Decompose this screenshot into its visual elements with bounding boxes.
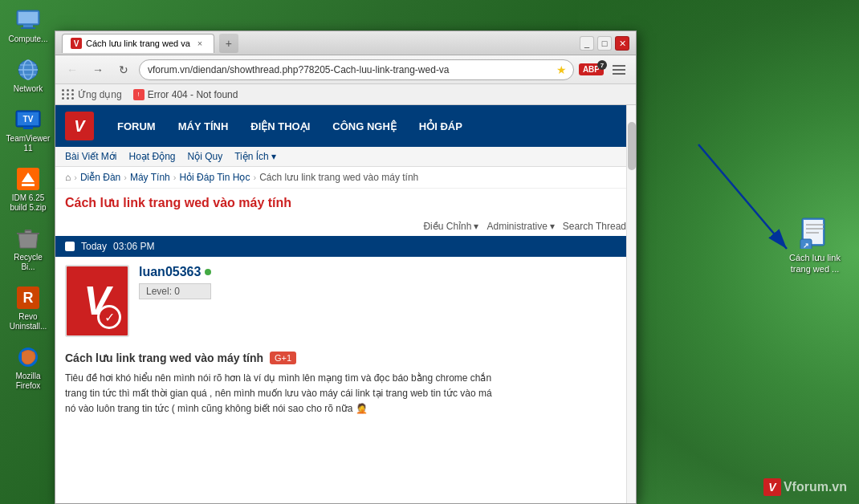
administrative-button[interactable]: Administrative ▾ — [486, 221, 554, 232]
tab-close-button[interactable]: × — [194, 38, 206, 49]
window-controls: _ □ ✕ — [580, 36, 629, 51]
scrollbar-thumb[interactable] — [628, 122, 636, 170]
desktop-icon-idm[interactable]: IDM 6.25 build 5.zip — [4, 163, 52, 216]
icon-label-idm: IDM 6.25 build 5.zip — [7, 193, 49, 213]
svg-rect-15 — [22, 184, 35, 186]
breadcrumb-current: Cách lưu link trang wed vào máy tính — [259, 172, 418, 183]
abp-container: ABP 7 — [579, 63, 604, 75]
desktop-icon-network[interactable]: Network — [4, 54, 52, 97]
dropdown-arrow-icon: ▾ — [271, 151, 276, 162]
icon-label-firefox: Mozilla Firefox — [7, 372, 49, 391]
forum-header: V FORUM MÁY TÍNH ĐIỆN THOẠI CÔNG NGHỆ HỎ… — [55, 105, 636, 147]
nav-dien-thoai[interactable]: ĐIỆN THOẠI — [239, 116, 321, 137]
svg-text:R: R — [23, 290, 34, 306]
sub-nav: Bài Viết Mới Hoạt Động Nội Quy Tiện Ích … — [55, 147, 636, 167]
post-date: Today — [81, 241, 107, 252]
close-button[interactable]: ✕ — [615, 36, 629, 51]
chrome-menu-button[interactable] — [609, 59, 629, 80]
page-title: Cách lưu link trang wed vào máy tính — [65, 195, 626, 210]
breadcrumb-may-tinh[interactable]: Máy Tính — [130, 172, 170, 183]
browser-titlebar: V Cách lưu link trang wed va × + _ □ ✕ — [55, 31, 636, 55]
vforum-watermark: V Vforum.vn — [763, 478, 847, 496]
breadcrumb: ⌂ › Diễn Đàn › Máy Tính › Hỏi Đáp Tin Họ… — [55, 167, 636, 189]
page-title-section: Cách lưu link trang wed vào máy tính — [55, 189, 636, 217]
svg-rect-2 — [23, 25, 33, 27]
breadcrumb-dien-dan[interactable]: Diễn Đàn — [80, 172, 120, 183]
home-icon[interactable]: ⌂ — [65, 172, 71, 183]
minimize-button[interactable]: _ — [580, 36, 594, 51]
svg-rect-3 — [21, 27, 35, 29]
forward-button[interactable]: → — [88, 59, 108, 80]
dieu-chinh-button[interactable]: Điều Chỉnh ▾ — [423, 221, 478, 232]
svg-text:↗: ↗ — [803, 242, 809, 249]
desktop: Compute... Network TV — [0, 0, 859, 504]
desktop-icon-computer[interactable]: Compute... — [4, 4, 52, 47]
icon-label-revo: Revo Uninstall... — [7, 312, 49, 331]
post-content-area: Cách lưu link trang wed vào máy tính G+1… — [55, 345, 636, 424]
bookmark-error404-label: Error 404 - Not found — [148, 89, 238, 100]
svg-line-30 — [698, 144, 787, 249]
page-content: V FORUM MÁY TÍNH ĐIỆN THOẠI CÔNG NGHỆ HỎ… — [55, 105, 636, 503]
abp-notification-count: 7 — [597, 60, 607, 70]
reload-button[interactable]: ↻ — [113, 59, 134, 80]
sub-nav-noi-quy[interactable]: Nội Quy — [188, 151, 223, 162]
username: luan05363 — [139, 265, 211, 279]
bookmark-favicon-icon: ! — [133, 89, 145, 100]
icon-label-network: Network — [14, 84, 43, 94]
dieu-chinh-arrow-icon: ▾ — [474, 221, 478, 232]
search-thread-button[interactable]: Search Thread — [563, 221, 626, 232]
vforum-text: Vforum.vn — [784, 480, 847, 494]
online-indicator-icon — [205, 269, 211, 275]
post-header: Today 03:06 PM — [55, 236, 636, 257]
avatar-checkmark: ✓ — [97, 305, 121, 329]
post-body: V ✓ luan05363 Level: 0 — [55, 257, 636, 345]
svg-rect-1 — [18, 12, 38, 23]
new-tab-button[interactable]: + — [219, 34, 238, 53]
apps-button[interactable]: Ứng dụng — [62, 89, 122, 100]
browser-toolbar: ← → ↻ vforum.vn/diendan/showthread.php?7… — [55, 55, 636, 84]
bookmark-error404[interactable]: ! Error 404 - Not found — [128, 87, 243, 102]
post-text: Tiêu đề hơi khó hiểu nên mình nói rõ hơn… — [65, 371, 626, 417]
user-info: luan05363 Level: 0 — [139, 265, 211, 337]
browser-scrollbar[interactable] — [626, 105, 636, 503]
vforum-v-icon: V — [763, 478, 781, 496]
administrative-arrow-icon: ▾ — [550, 221, 555, 232]
post-number-icon — [65, 242, 75, 251]
nav-cong-nghe[interactable]: CÔNG NGHỆ — [321, 116, 408, 137]
desktop-icons-left: Compute... Network TV — [0, 0, 56, 504]
sub-nav-tien-ich[interactable]: Tiện Ích ▾ — [234, 151, 276, 162]
vforum-logo[interactable]: V — [65, 112, 94, 140]
google-plus-button[interactable]: G+1 — [270, 352, 296, 364]
desktop-icon-right[interactable]: ↗ Cách lưu link trang wed ... — [783, 217, 847, 275]
back-button[interactable]: ← — [62, 59, 83, 80]
bookmarks-bar: Ứng dụng ! Error 404 - Not found — [55, 84, 636, 105]
desktop-icon-teamviewer[interactable]: TV TeamViewer 11 — [4, 104, 52, 156]
desktop-icon-revo[interactable]: R Revo Uninstall... — [4, 282, 52, 335]
sub-nav-bai-viet-moi[interactable]: Bài Viết Mới — [65, 151, 116, 162]
address-text: vforum.vn/diendan/showthread.php?78205-C… — [148, 64, 450, 75]
nav-may-tinh[interactable]: MÁY TÍNH — [167, 116, 240, 137]
browser-window: V Cách lưu link trang wed va × + _ □ ✕ ←… — [55, 30, 637, 504]
thread-controls: Điều Chỉnh ▾ Administrative ▾ Search Thr… — [55, 217, 636, 236]
icon-label-teamviewer: TeamViewer 11 — [6, 134, 51, 153]
maximize-button[interactable]: □ — [597, 36, 612, 51]
address-bar[interactable]: vforum.vn/diendan/showthread.php?78205-C… — [139, 59, 574, 80]
nav-forum[interactable]: FORUM — [106, 116, 167, 137]
post-title-inline: Cách lưu link trang wed vào máy tính G+1 — [65, 352, 626, 364]
abp-badge[interactable]: ABP 7 — [579, 63, 604, 75]
apps-label: Ứng dụng — [78, 89, 122, 100]
tab-title: Cách lưu link trang wed va — [86, 39, 190, 49]
user-avatar: V ✓ — [65, 265, 129, 337]
post-time: 03:06 PM — [113, 241, 154, 252]
bookmark-star-icon[interactable]: ★ — [556, 63, 567, 76]
breadcrumb-hoi-dap-tin-hoc[interactable]: Hỏi Đáp Tin Học — [179, 172, 250, 183]
desktop-icon-recycle[interactable]: Recycle Bi... — [4, 222, 52, 275]
tab-favicon: V — [71, 38, 82, 49]
browser-tab-active[interactable]: V Cách lưu link trang wed va × — [62, 34, 214, 53]
sub-nav-hoat-dong[interactable]: Hoạt Động — [128, 151, 175, 162]
icon-label-recycle: Recycle Bi... — [7, 253, 49, 272]
nav-hoi-dap[interactable]: HỎI ĐÁP — [408, 116, 474, 137]
desktop-icon-firefox[interactable]: Mozilla Firefox — [4, 341, 52, 394]
icon-label-computer: Compute... — [9, 35, 48, 44]
forum-nav: FORUM MÁY TÍNH ĐIỆN THOẠI CÔNG NGHỆ HỎI … — [106, 116, 474, 137]
